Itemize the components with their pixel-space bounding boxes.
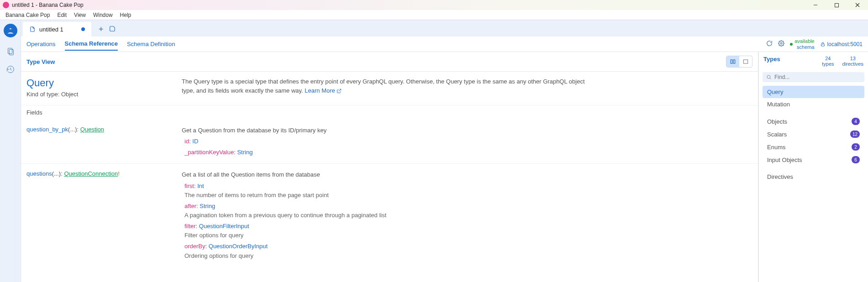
search-icon — [766, 74, 772, 80]
type-list-item-scalars[interactable]: Scalars12 — [763, 128, 864, 141]
tab-schema-reference[interactable]: Schema Reference — [65, 37, 118, 51]
typeview-title: Type View — [26, 58, 55, 65]
svg-rect-11 — [821, 44, 824, 46]
view-mode-toggle — [726, 56, 752, 68]
directives-count: 13 directives — [842, 56, 863, 67]
arg-description: The number of items to return from the p… — [184, 191, 386, 200]
workspace-tabs: Operations Schema Reference Schema Defin… — [21, 37, 868, 52]
svg-rect-13 — [733, 60, 735, 63]
type-list-item-mutation[interactable]: Mutation — [763, 98, 864, 110]
types-search[interactable] — [763, 72, 864, 82]
type-list-item-objects[interactable]: Objects4 — [763, 115, 864, 128]
history-icon[interactable] — [5, 64, 16, 76]
type-list-item-query[interactable]: Query — [763, 86, 864, 98]
menubar: Banana Cake Pop Edit View Window Help — [0, 10, 868, 20]
field-return-type[interactable]: Question — [80, 126, 104, 133]
svg-point-16 — [767, 75, 770, 78]
activity-bar — [0, 20, 21, 282]
menu-app[interactable]: Banana Cake Pop — [2, 12, 53, 18]
new-tab-button[interactable]: + — [99, 25, 104, 34]
arg-type[interactable]: QuestionFilterInput — [199, 223, 249, 230]
field-return-type[interactable]: QuestionConnection — [64, 170, 118, 177]
learn-more-link[interactable]: Learn More — [305, 87, 342, 94]
type-name: Query — [26, 77, 163, 89]
types-count: 24 types — [822, 56, 834, 67]
refresh-icon[interactable] — [766, 40, 773, 48]
menu-edit[interactable]: Edit — [53, 12, 70, 18]
user-avatar-icon[interactable] — [4, 24, 17, 37]
field-description: Get a list of all the Question items fro… — [182, 170, 386, 179]
svg-line-9 — [11, 69, 12, 70]
documents-icon[interactable] — [5, 47, 16, 58]
svg-rect-12 — [731, 60, 732, 63]
type-kind: Kind of type: Object — [26, 91, 163, 98]
tab-schema-definition[interactable]: Schema Definition — [127, 38, 175, 50]
menu-window[interactable]: Window — [89, 12, 116, 18]
arg-name: filter — [184, 223, 196, 230]
tab-operations[interactable]: Operations — [26, 38, 56, 50]
view-mode-list-button[interactable] — [739, 56, 752, 67]
arg-name: orderBy — [184, 243, 205, 250]
settings-icon[interactable] — [778, 40, 784, 48]
document-tabstrip: untitled 1 + — [21, 20, 868, 37]
svg-point-10 — [780, 42, 782, 44]
svg-rect-1 — [835, 3, 838, 7]
window-titlebar: untitled 1 - Banana Cake Pop — [0, 0, 868, 10]
field-description: Get a Question from the database by its … — [182, 126, 326, 135]
menu-view[interactable]: View — [70, 12, 89, 18]
types-panel-title: Types — [763, 56, 822, 63]
status-dot-icon — [790, 43, 793, 46]
type-list-item-enums[interactable]: Enums2 — [763, 141, 864, 153]
svg-line-17 — [770, 78, 771, 79]
arg-name: after — [184, 203, 196, 209]
arg-name: _partitionKeyValue — [184, 149, 234, 156]
unsaved-indicator-icon — [81, 27, 85, 31]
arg-type[interactable]: String — [200, 203, 215, 209]
app-logo-icon — [3, 2, 9, 8]
svg-rect-14 — [743, 60, 747, 63]
arg-type[interactable]: ID — [192, 138, 198, 145]
arg-description: Filter options for query — [184, 231, 386, 240]
save-all-icon[interactable] — [109, 26, 116, 33]
arg-type[interactable]: QuestionOrderByInput — [209, 243, 268, 250]
arg-type[interactable]: Int — [197, 183, 204, 189]
window-maximize-button[interactable] — [826, 0, 847, 10]
arg-description: Ordering options for query — [184, 251, 386, 261]
arg-type[interactable]: String — [237, 149, 253, 156]
schema-status: available schema — [794, 38, 814, 49]
types-search-input[interactable] — [774, 74, 861, 80]
endpoint-host[interactable]: localhost:5001 — [820, 41, 863, 47]
field-name[interactable]: question_by_pk — [26, 126, 68, 133]
arg-name: first — [184, 183, 194, 189]
field-row: questions(...): QuestionConnection! Get … — [21, 164, 758, 268]
menu-help[interactable]: Help — [116, 12, 135, 18]
document-tab-label: untitled 1 — [39, 26, 63, 33]
window-close-button[interactable] — [847, 0, 868, 10]
types-panel: Types 24 types 13 directives — [758, 52, 868, 282]
svg-rect-6 — [8, 48, 12, 54]
window-minimize-button[interactable] — [805, 0, 826, 10]
view-mode-columns-button[interactable] — [726, 56, 739, 67]
svg-rect-5 — [8, 29, 12, 31]
arg-description: A pagination token from a previous query… — [184, 211, 386, 220]
svg-rect-7 — [9, 49, 13, 55]
type-list-item-directives[interactable]: Directives — [763, 171, 864, 183]
type-list-item-input-objects[interactable]: Input Objects6 — [763, 153, 864, 166]
type-description: The Query type is a special type that de… — [182, 77, 593, 98]
fields-heading: Fields — [21, 105, 758, 120]
document-tab[interactable]: untitled 1 — [23, 22, 91, 37]
field-row: question_by_pk(...): Question Get a Ques… — [21, 120, 758, 164]
arg-name: id — [184, 138, 189, 145]
field-name[interactable]: questions — [26, 170, 52, 177]
svg-line-15 — [339, 89, 341, 91]
window-title: untitled 1 - Banana Cake Pop — [12, 2, 84, 8]
